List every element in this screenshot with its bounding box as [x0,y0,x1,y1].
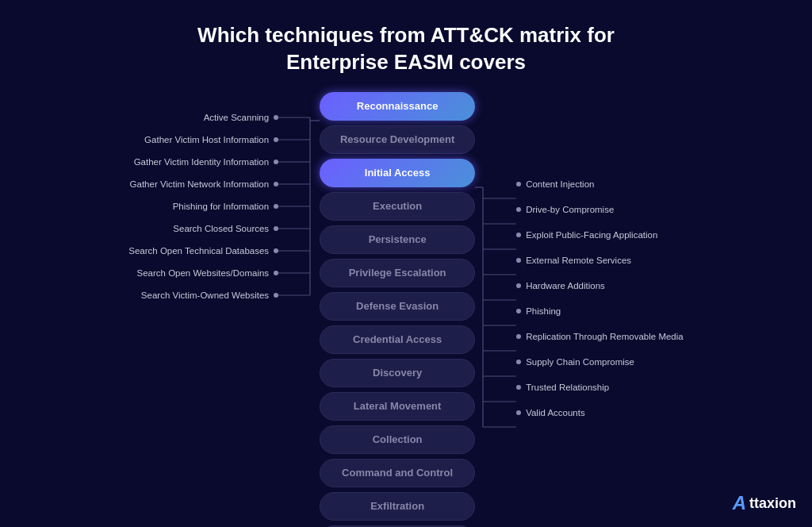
right-item: Supply Chain Compromise [516,349,634,375]
right-dot [516,309,521,314]
right-item: Content Injection [516,171,594,197]
tactic-box[interactable]: Privilege Escalation [320,259,475,287]
right-item: Hardware Additions [516,273,605,298]
left-item-label: Phishing for Information [173,202,269,211]
right-item: Valid Accounts [516,400,585,425]
left-dot [274,204,278,209]
right-item-label: External Remote Services [526,256,631,265]
left-item-label: Search Open Websites/Domains [137,268,270,278]
right-item: External Remote Services [516,248,631,273]
left-item-label: Gather Victim Identity Information [134,157,269,167]
right-item-label: Content Injection [526,179,594,189]
left-dot [274,182,278,187]
right-dot [516,410,521,415]
tactic-box[interactable]: Initial Access [320,159,475,187]
page-title: Which techniques from ATT&CK matrix for … [16,22,796,76]
left-item: Search Open Technical Databases [128,240,278,262]
right-item-label: Exploit Public-Facing Application [526,230,657,240]
right-item: Replication Through Removable Media [516,324,684,349]
right-dot [516,258,521,263]
left-item: Gather Victim Network Information [130,173,279,195]
left-item-label: Search Victim-Owned Websites [141,290,269,300]
left-dot [274,160,278,164]
right-dot [516,207,521,212]
right-item-label: Supply Chain Compromise [526,357,634,367]
right-items-column: Content InjectionDrive-by CompromiseExpl… [516,171,684,425]
right-item: Drive-by Compromise [516,197,614,222]
tactic-box[interactable]: Lateral Movement [320,392,475,421]
left-connectors-svg [278,106,320,519]
center-tactics-column: ReconnaissanceResource DevelopmentInitia… [320,92,475,527]
title-section: Which techniques from ATT&CK matrix for … [0,0,812,89]
tactic-box[interactable]: Credential Access [320,325,475,354]
left-item: Active Scanning [204,106,278,129]
tactic-box[interactable]: Resource Development [320,125,475,154]
left-item-label: Gather Victim Host Information [144,135,269,144]
tactic-box[interactable]: Command and Control [320,459,475,487]
left-item: Phishing for Information [173,195,278,217]
logo-icon: A [733,492,746,514]
right-dot [516,182,521,187]
left-item: Search Open Websites/Domains [137,262,279,284]
tactic-box[interactable]: Exfiltration [320,492,475,521]
right-item-label: Valid Accounts [526,408,585,417]
right-item-label: Hardware Additions [526,281,605,290]
right-item-label: Trusted Relationship [526,383,609,392]
left-item: Search Closed Sources [173,217,278,240]
tactic-box[interactable]: Execution [320,192,475,221]
right-item: Exploit Public-Facing Application [516,222,657,248]
right-item-label: Drive-by Compromise [526,205,614,214]
right-dot [516,233,521,237]
right-item-label: Replication Through Removable Media [526,332,684,341]
right-dot [516,334,521,339]
left-dot [274,115,278,120]
left-item: Gather Victim Identity Information [134,151,278,173]
right-dot [516,360,521,364]
left-item-label: Active Scanning [204,113,269,122]
logo-text: ttaxion [749,495,796,512]
tactic-box[interactable]: Discovery [320,359,475,387]
left-dot [274,137,278,142]
attaxion-logo: A ttaxion [733,492,796,514]
left-dot [274,226,278,231]
left-item: Gather Victim Host Information [144,129,278,151]
left-dot [274,293,278,298]
tactic-box[interactable]: Collection [320,425,475,454]
left-dot [274,248,278,253]
right-item: Phishing [516,298,561,324]
left-item-label: Search Open Technical Databases [128,246,269,256]
tactic-box[interactable]: Persistence [320,225,475,254]
left-item-label: Search Closed Sources [173,224,269,233]
diagram-container: Active ScanningGather Victim Host Inform… [0,92,812,527]
left-item: Search Victim-Owned Websites [141,284,278,306]
tactic-box[interactable]: Reconnaissance [320,92,475,121]
right-dot [516,283,521,288]
left-items-column: Active ScanningGather Victim Host Inform… [128,106,278,306]
right-item: Trusted Relationship [516,375,609,400]
left-dot [274,271,278,275]
left-item-label: Gather Victim Network Information [130,179,270,189]
tactic-box[interactable]: Defense Evasion [320,292,475,321]
right-dot [516,385,521,390]
right-connectors-svg [475,106,516,519]
right-item-label: Phishing [526,306,561,316]
page-wrapper: Which techniques from ATT&CK matrix for … [0,0,812,527]
